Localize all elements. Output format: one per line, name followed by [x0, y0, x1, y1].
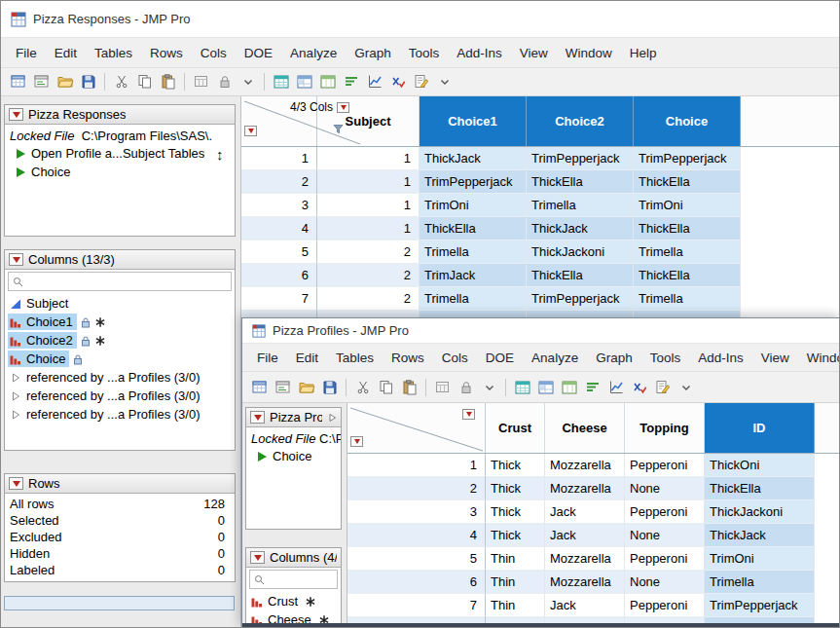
cell[interactable]: Pepperoni [625, 454, 705, 477]
cell[interactable]: ThickElla [634, 264, 741, 287]
cell[interactable]: Mozzarella [545, 454, 625, 477]
row-number[interactable]: 4 [347, 524, 486, 547]
chevron-icon[interactable] [478, 376, 500, 398]
row-number[interactable]: 4 [241, 217, 317, 240]
cell[interactable]: ThickElla [634, 170, 741, 194]
cell[interactable]: 2 [317, 240, 420, 264]
row-number[interactable]: 5 [241, 240, 317, 264]
paste-icon[interactable] [157, 71, 179, 93]
columns-red-triangle-icon[interactable] [462, 409, 475, 420]
table-script-open-profile[interactable]: Open Profile a...Subject Tables [8, 144, 235, 163]
open-icon[interactable] [54, 71, 76, 93]
column-header-id[interactable]: ID [705, 403, 815, 453]
columns-red-triangle-icon[interactable] [337, 102, 349, 113]
columns-search-box[interactable] [8, 272, 232, 291]
cell[interactable]: ThickElla [705, 477, 815, 500]
menu-analyze[interactable]: Analyze [281, 42, 346, 64]
formula-icon[interactable] [386, 71, 409, 93]
lock-icon[interactable] [213, 71, 236, 93]
table-script-choice[interactable]: Choice [8, 163, 235, 181]
red-triangle-menu-icon[interactable] [9, 253, 23, 266]
cell[interactable]: Trimella [634, 240, 741, 264]
column-item-choice2[interactable]: Choice2 [5, 331, 235, 350]
menu-help[interactable]: Help [621, 42, 666, 64]
column-header-choice[interactable]: Choice [634, 96, 741, 146]
row-number[interactable]: 7 [241, 287, 317, 311]
column-item-choice[interactable]: Choice [5, 350, 235, 368]
cell[interactable]: 1 [317, 217, 420, 240]
columns-panel-header[interactable]: Columns (4/1) [246, 548, 341, 568]
open-icon[interactable] [295, 376, 317, 398]
chevron-icon[interactable] [433, 71, 456, 93]
menu-analyze[interactable]: Analyze [523, 347, 587, 369]
cut-icon[interactable] [351, 376, 374, 398]
cell[interactable]: 2 [317, 264, 420, 287]
graph-builder-icon[interactable] [363, 71, 385, 93]
cell[interactable]: ThickOni [705, 454, 815, 477]
cell[interactable]: Trimella [527, 194, 634, 217]
row-number[interactable]: 3 [241, 194, 317, 217]
cell[interactable]: Thin [486, 571, 545, 594]
copy-icon[interactable] [133, 71, 156, 93]
column-header-cheese[interactable]: Cheese [545, 403, 625, 453]
menu-tables[interactable]: Tables [327, 347, 383, 369]
subset-icon[interactable] [293, 71, 315, 93]
cell[interactable]: TrimOni [705, 547, 815, 571]
new-script-icon[interactable] [272, 376, 294, 398]
save-icon[interactable] [318, 376, 341, 398]
panel-expand-icon[interactable] [327, 413, 337, 423]
cell[interactable]: TrimPepperjack [527, 147, 634, 170]
chevron-icon[interactable] [237, 71, 259, 93]
cell[interactable]: TrimPepperjack [420, 170, 527, 194]
table-panel-header[interactable]: Pizza Responses [5, 105, 235, 125]
cell[interactable]: Thick [486, 500, 545, 524]
column-header-topping[interactable]: Topping [625, 403, 705, 453]
cell[interactable]: TrimOni [420, 194, 527, 217]
cell[interactable]: Thin [486, 547, 545, 571]
cell[interactable]: ThickJackoni [527, 240, 634, 264]
cell[interactable]: None [625, 477, 705, 500]
cell[interactable]: Mozzarella [545, 477, 625, 500]
cell[interactable]: Trimella [705, 571, 815, 594]
menu-tools[interactable]: Tools [641, 347, 690, 369]
columns-panel-header[interactable]: Columns (13/3) [5, 250, 235, 270]
menu-doe[interactable]: DOE [477, 347, 523, 369]
cell[interactable]: Trimella [420, 240, 527, 264]
row-number[interactable]: 6 [241, 264, 317, 287]
column-header-crust[interactable]: Crust [486, 403, 545, 453]
red-triangle-menu-icon[interactable] [250, 551, 265, 564]
cell[interactable]: ThickJack [705, 524, 815, 547]
profiles-titlebar[interactable]: Pizza Profiles - JMP Pro [242, 318, 840, 344]
menu-edit[interactable]: Edit [287, 347, 327, 369]
cell[interactable]: TrimPepperjack [527, 287, 634, 311]
cell[interactable]: ThickJack [527, 217, 634, 240]
menu-file[interactable]: File [7, 42, 46, 64]
cell[interactable]: None [625, 524, 705, 547]
cell[interactable]: ThickJackoni [705, 500, 815, 524]
menu-add-ins[interactable]: Add-Ins [689, 347, 752, 369]
graph-builder-icon[interactable] [604, 376, 627, 398]
new-data-table-icon[interactable] [7, 71, 29, 93]
cell[interactable]: Pepperoni [625, 547, 705, 571]
cell[interactable]: Pepperoni [625, 594, 705, 617]
cell[interactable]: Mozzarella [545, 571, 625, 594]
cell[interactable]: 1 [317, 147, 420, 170]
menu-view[interactable]: View [752, 347, 798, 369]
cell[interactable]: TrimPepperjack [634, 147, 741, 170]
column-item-crust[interactable]: Crust [246, 592, 341, 610]
column-item-referenced-by-a-profiles-3-0[interactable]: referenced by ...a Profiles (3/0) [5, 405, 235, 424]
cell[interactable]: ThickElla [634, 217, 741, 240]
menu-cols[interactable]: Cols [433, 347, 477, 369]
menu-edit[interactable]: Edit [46, 42, 86, 64]
lock-icon[interactable] [455, 376, 477, 398]
cell[interactable]: 2 [317, 287, 420, 311]
grid-corner[interactable] [347, 403, 486, 453]
red-triangle-menu-icon[interactable] [250, 411, 265, 424]
data-table-icon[interactable] [511, 376, 533, 398]
new-data-table-icon[interactable] [248, 376, 271, 398]
menu-window[interactable]: Window [557, 42, 621, 64]
cell[interactable]: Thick [486, 454, 545, 477]
script-icon[interactable] [651, 376, 674, 398]
cell[interactable]: 1 [317, 170, 420, 194]
column-item-subject[interactable]: Subject [5, 294, 235, 313]
